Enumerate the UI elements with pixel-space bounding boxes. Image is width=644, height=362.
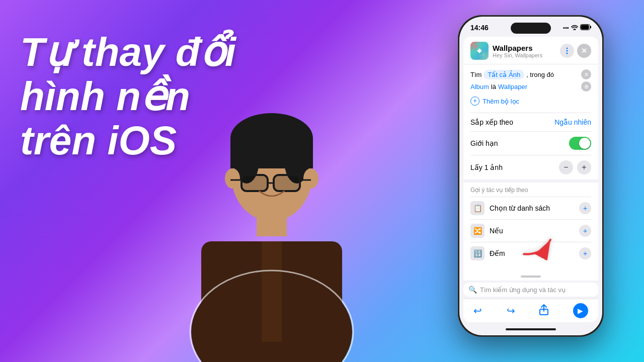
add-filter-icon[interactable]: + (470, 97, 479, 106)
battery-icon (580, 24, 591, 31)
filter-row-2: Album là Wallpaper ⊕ (470, 81, 591, 92)
home-indicator (506, 328, 556, 330)
status-time: 14:46 (470, 24, 489, 32)
svg-point-24 (567, 48, 568, 49)
find-label: Tìm (470, 71, 481, 78)
settings-section: Sắp xếp theo Ngẫu nhiên Giới hạn Lấy 1 ả… (463, 113, 598, 179)
play-icon: ▶ (578, 307, 583, 315)
close-button[interactable]: ✕ (577, 44, 591, 58)
search-placeholder-text: Tìm kiếm ứng dụng và tác vụ (480, 286, 566, 294)
album-label[interactable]: Album (470, 83, 489, 90)
wallpaper-tag[interactable]: Wallpaper (498, 83, 527, 90)
filter-row-1: Tìm Tất cả Ảnh , trong đó ✕ (470, 69, 591, 79)
limit-toggle[interactable] (569, 137, 591, 150)
app-subtitle: Hey Siri, Wallpapers (493, 52, 542, 58)
sort-value[interactable]: Ngẫu nhiên (554, 118, 591, 126)
suggestion-add-0[interactable]: + (579, 202, 591, 214)
suggestion-left-2: 🔢 Đếm (470, 246, 505, 260)
suggestion-row-0: 📋 Chọn từ danh sách + (470, 197, 591, 219)
suggestion-icon-0: 📋 (470, 201, 485, 215)
svg-rect-16 (243, 176, 267, 190)
suggestions-title: Gợi ý tác vụ tiếp theo (470, 187, 591, 194)
play-button[interactable]: ▶ (573, 303, 588, 318)
is-label: là (491, 83, 496, 90)
share-button[interactable] (539, 304, 548, 318)
dynamic-island (511, 23, 551, 34)
sort-label: Sắp xếp theo (470, 118, 513, 126)
drag-handle-wrapper (463, 268, 598, 281)
stepper-plus[interactable]: + (577, 160, 591, 174)
iphone-mockup: 14:46 ▪▪▪ Wal (458, 15, 604, 337)
wifi-icon (571, 25, 578, 31)
iphone-screen: 14:46 ▪▪▪ Wal (459, 17, 602, 335)
filter-close-btn[interactable]: ✕ (581, 69, 591, 79)
app-name: Wallpapers (493, 44, 542, 52)
person-silhouette (176, 40, 367, 362)
iphone-frame: 14:46 ▪▪▪ Wal (458, 15, 604, 337)
header-buttons: ✕ (560, 44, 591, 58)
menu-button[interactable] (560, 44, 574, 58)
svg-rect-21 (590, 26, 591, 29)
drag-handle (521, 276, 541, 278)
get-photos-row: Lấy 1 ảnh − + (470, 155, 591, 179)
svg-rect-2 (262, 241, 282, 342)
suggestion-add-2[interactable]: + (579, 247, 591, 259)
filter-row2-close[interactable]: ⊕ (581, 81, 591, 92)
svg-rect-20 (581, 25, 589, 30)
shortcuts-content: Tìm Tất cả Ảnh , trong đó ✕ Album là Wal… (463, 64, 598, 113)
svg-point-9 (225, 168, 240, 189)
add-filter-row: + Thêm bộ lọc (470, 95, 591, 108)
suggestion-left-1: 🔀 Nếu (470, 224, 503, 238)
limit-label: Giới hạn (470, 139, 498, 147)
suggestion-left-0: 📋 Chọn từ danh sách (470, 201, 550, 215)
app-header: Wallpapers Hey Siri, Wallpapers ✕ (463, 37, 598, 64)
suggestion-icon-2: 🔢 (470, 246, 485, 260)
svg-point-23 (478, 50, 480, 52)
suggestion-label-2: Đếm (490, 249, 505, 257)
redo-button[interactable]: ↪ (507, 305, 515, 317)
svg-point-26 (567, 53, 568, 54)
suggestion-label-1: Nếu (490, 227, 503, 235)
suggestion-icon-1: 🔀 (470, 224, 485, 238)
status-icons: ▪▪▪ (563, 24, 591, 31)
sort-row: Sắp xếp theo Ngẫu nhiên (470, 113, 591, 131)
svg-rect-17 (275, 176, 299, 190)
add-filter-label[interactable]: Thêm bộ lọc (482, 98, 519, 105)
connector1: , trong đó (526, 71, 554, 78)
suggestion-add-1[interactable]: + (579, 225, 591, 237)
all-photos-tag[interactable]: Tất cả Ảnh (484, 70, 524, 79)
stepper-minus[interactable]: − (559, 160, 573, 174)
svg-rect-8 (230, 138, 313, 168)
photo-count-stepper: − + (559, 160, 591, 174)
app-header-left: Wallpapers Hey Siri, Wallpapers (470, 42, 542, 60)
undo-button[interactable]: ↩ (473, 305, 482, 317)
suggestion-label-0: Chọn từ danh sách (490, 204, 550, 212)
search-bar[interactable]: 🔍 Tìm kiếm ứng dụng và tác vụ (463, 283, 598, 297)
get-photos-label: Lấy 1 ảnh (470, 163, 503, 171)
search-icon: 🔍 (468, 286, 477, 294)
limit-row: Giới hạn (470, 131, 591, 155)
app-icon (470, 42, 489, 60)
app-title-block: Wallpapers Hey Siri, Wallpapers (493, 44, 542, 58)
svg-point-25 (567, 50, 568, 52)
bottom-toolbar: ↩ ↪ ▶ (463, 299, 598, 322)
signal-icon: ▪▪▪ (563, 25, 569, 31)
svg-point-10 (303, 168, 318, 189)
